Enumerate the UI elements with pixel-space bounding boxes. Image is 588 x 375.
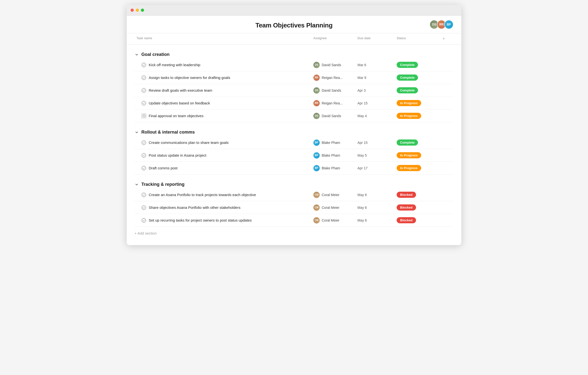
status-badge-task-9[interactable]: Blocked: [397, 192, 416, 198]
task-check-icon-task-10: [141, 205, 146, 210]
task-name-cell-task-3: Review draft goals with executive team: [135, 86, 311, 95]
task-name-text-task-6: Create communications plan to share team…: [149, 140, 229, 145]
section-title-rollout-comms: Rollout & internal comms: [141, 130, 195, 135]
task-name-cell-task-11: Set up recurring tasks for project owner…: [135, 216, 311, 225]
task-status-cell-task-9: Blocked: [395, 190, 434, 200]
sections-container: Goal creationKick off meeting with leade…: [135, 49, 453, 227]
task-status-cell-task-1: Complete: [395, 60, 434, 70]
task-due-date-task-3: Apr 3: [355, 87, 395, 94]
task-row-task-6[interactable]: Create communications plan to share team…: [135, 136, 453, 149]
task-check-icon-task-9: [141, 192, 146, 197]
section-chevron-tracking-reporting[interactable]: [135, 182, 139, 187]
task-name-text-task-7: Post status update in Asana project: [149, 153, 206, 157]
svg-point-2: [142, 89, 146, 92]
assignee-name-task-8: Blake Pham: [322, 166, 340, 170]
section-chevron-goal-creation[interactable]: [135, 52, 139, 57]
collaborator-avatars: DS RR BP: [429, 20, 453, 29]
task-row-task-2[interactable]: Assign tasks to objective owners for dra…: [135, 71, 453, 84]
task-assignee-cell-task-10: CMCoral Meier: [311, 202, 355, 213]
assignee-avatar-task-10: CM: [313, 204, 320, 211]
assignee-name-task-10: Coral Meier: [322, 206, 339, 210]
col-due-date: Due date: [355, 33, 395, 44]
status-badge-task-11[interactable]: Blocked: [397, 217, 416, 223]
status-badge-task-3[interactable]: Complete: [397, 87, 418, 93]
task-due-date-task-7: May 5: [355, 151, 395, 159]
titlebar: [127, 5, 461, 16]
page-header: Team Objectives Planning DS RR BP: [127, 16, 461, 33]
maximize-button[interactable]: [141, 9, 144, 12]
task-due-date-task-11: May 6: [355, 216, 395, 224]
main-content: Goal creationKick off meeting with leade…: [127, 49, 461, 245]
section-title-tracking-reporting: Tracking & reporting: [141, 182, 184, 187]
task-status-cell-task-7: In Progress: [395, 150, 434, 160]
section-rollout-comms: Rollout & internal commsCreate communica…: [135, 126, 453, 175]
close-button[interactable]: [131, 9, 134, 12]
section-header-goal-creation: Goal creation: [135, 49, 453, 59]
svg-point-1: [142, 76, 146, 79]
task-assignee-cell-task-3: DSDavid Sands: [311, 85, 355, 96]
task-assignee-cell-task-4: RRReigan Rea...: [311, 98, 355, 108]
app-window: Team Objectives Planning DS RR BP Task n…: [127, 5, 461, 245]
status-badge-task-8[interactable]: In Progress: [397, 165, 421, 171]
assignee-name-task-5: David Sands: [322, 114, 341, 118]
add-section-button[interactable]: + Add section: [135, 227, 453, 237]
task-check-icon-task-8: [141, 166, 146, 171]
task-row-task-9[interactable]: Create an Asana Portfolio to track proje…: [135, 188, 453, 201]
task-name-cell-task-9: Create an Asana Portfolio to track proje…: [135, 190, 311, 199]
assignee-avatar-task-4: RR: [313, 100, 320, 106]
task-check-icon-task-3: [141, 88, 146, 93]
avatar-blake[interactable]: BP: [444, 20, 453, 29]
task-due-date-task-6: Apr 15: [355, 139, 395, 147]
svg-point-3: [142, 101, 146, 105]
status-badge-task-6[interactable]: Complete: [397, 139, 418, 146]
assignee-avatar-task-6: BP: [313, 139, 320, 146]
task-name-text-task-1: Kick off meeting with leadership: [149, 63, 200, 67]
minimize-button[interactable]: [136, 9, 139, 12]
task-name-text-task-10: Share objectives Asana Portfolio with ot…: [149, 205, 240, 210]
task-status-cell-task-5: In Progress: [395, 111, 434, 121]
task-row-task-3[interactable]: Review draft goals with executive teamDS…: [135, 84, 453, 97]
task-assignee-cell-task-2: RRReigan Rea...: [311, 73, 355, 83]
task-name-cell-task-6: Create communications plan to share team…: [135, 138, 311, 147]
task-row-task-11[interactable]: Set up recurring tasks for project owner…: [135, 214, 453, 227]
task-check-icon-task-4: [141, 101, 146, 106]
task-name-cell-task-7: Post status update in Asana project: [135, 151, 311, 160]
section-header-tracking-reporting: Tracking & reporting: [135, 178, 453, 188]
task-due-date-task-8: Apr 17: [355, 164, 395, 172]
avatar-group: DS RR BP: [429, 20, 453, 29]
task-check-icon-task-1: [141, 62, 146, 67]
status-badge-task-2[interactable]: Complete: [397, 75, 418, 81]
assignee-avatar-task-9: CM: [313, 192, 320, 198]
assignee-name-task-2: Reigan Rea...: [322, 76, 343, 80]
assignee-name-task-9: Coral Meier: [322, 193, 339, 197]
task-assignee-cell-task-9: CMCoral Meier: [311, 190, 355, 200]
task-row-task-10[interactable]: Share objectives Asana Portfolio with ot…: [135, 201, 453, 214]
task-name-text-task-4: Update objectives based on feedback: [149, 101, 210, 105]
task-status-cell-task-4: In Progress: [395, 98, 434, 108]
status-badge-task-4[interactable]: In Progress: [397, 100, 421, 106]
task-check-icon-task-5: [141, 113, 146, 118]
section-title-goal-creation: Goal creation: [141, 52, 170, 57]
assignee-avatar-task-2: RR: [313, 75, 320, 81]
task-due-date-task-2: Mar 9: [355, 74, 395, 82]
task-row-task-4[interactable]: Update objectives based on feedbackRRRei…: [135, 97, 453, 110]
add-column-button[interactable]: +: [434, 33, 453, 44]
status-badge-task-5[interactable]: In Progress: [397, 113, 421, 119]
task-row-task-1[interactable]: Kick off meeting with leadershipDSDavid …: [135, 59, 453, 71]
section-chevron-rollout-comms[interactable]: [135, 130, 139, 135]
task-row-task-8[interactable]: Draft comms postBPBlake PhamApr 17In Pro…: [135, 162, 453, 175]
task-row-task-5[interactable]: Final approval on team objectivesDSDavid…: [135, 110, 453, 122]
status-badge-task-1[interactable]: Complete: [397, 62, 418, 68]
task-assignee-cell-task-8: BPBlake Pham: [311, 163, 355, 173]
page-title: Team Objectives Planning: [256, 22, 333, 29]
task-due-date-task-10: May 6: [355, 204, 395, 212]
task-name-cell-task-1: Kick off meeting with leadership: [135, 61, 311, 69]
status-badge-task-7[interactable]: In Progress: [397, 152, 421, 158]
assignee-avatar-task-3: DS: [313, 87, 320, 94]
task-check-icon-task-2: [141, 75, 146, 80]
svg-point-5: [143, 115, 144, 116]
task-row-task-7[interactable]: Post status update in Asana projectBPBla…: [135, 149, 453, 162]
status-badge-task-10[interactable]: Blocked: [397, 204, 416, 211]
section-goal-creation: Goal creationKick off meeting with leade…: [135, 49, 453, 122]
add-section-label: + Add section: [135, 231, 157, 235]
